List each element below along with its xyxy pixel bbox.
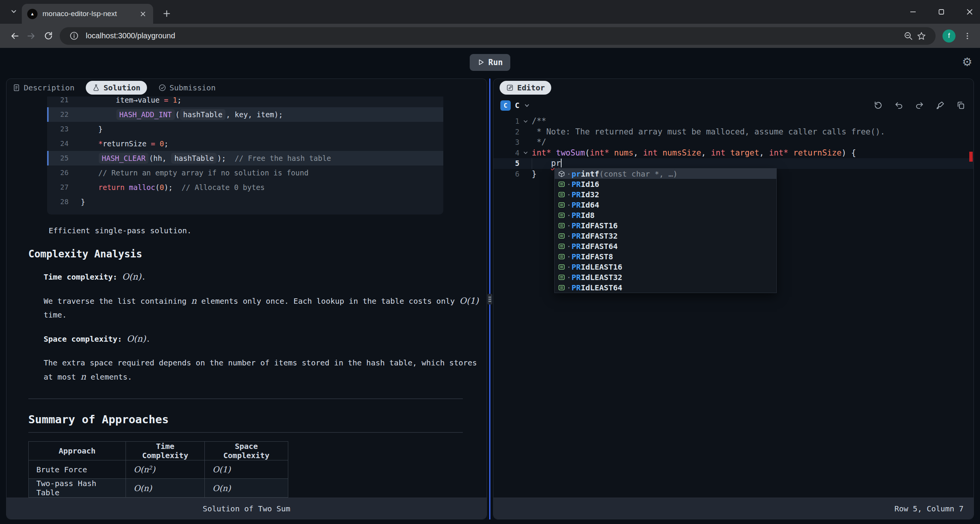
text-segment [81, 169, 98, 177]
suggest-item-PRId8[interactable]: ·PRId8 [555, 210, 776, 220]
table-header-cell: Space Complexity [205, 442, 288, 460]
browser-tab[interactable]: ▲ monaco-editor-lsp-next [22, 4, 153, 24]
text-segment: } [81, 125, 103, 133]
url-text[interactable]: localhost:3000/playground [86, 31, 902, 40]
suggest-bullet: · [567, 221, 571, 230]
fold-gutter-spacer [523, 158, 530, 169]
back-button[interactable] [6, 28, 23, 44]
maximize-button[interactable] [936, 7, 946, 17]
text-segment: , [634, 148, 643, 157]
suggest-bullet: · [567, 231, 571, 241]
math-expression: O(1) [212, 465, 231, 474]
panel-resize-divider[interactable] [487, 79, 493, 519]
macro-suggestion-icon [558, 233, 567, 239]
editor-line-4[interactable]: 4int* twoSum(int* nums, int numsSize, in… [493, 148, 973, 159]
line-number: 23 [49, 122, 69, 136]
reload-button[interactable] [40, 28, 57, 44]
suggest-match-text: PR [572, 252, 581, 261]
text-segment: We traverse the list containing [44, 296, 191, 306]
suggest-item-PRId32[interactable]: ·PRId32 [555, 189, 776, 200]
suggest-item-PRIdLEAST16[interactable]: ·PRIdLEAST16 [555, 262, 776, 272]
tab-close-button[interactable] [138, 9, 148, 19]
editor-line-2[interactable]: 2 * Note: The returned array must be mal… [493, 127, 973, 138]
text-segment: ; [177, 97, 181, 104]
address-bar[interactable]: localhost:3000/playground [60, 27, 936, 45]
code-line-26: 26 // Return an empty array if no soluti… [47, 165, 443, 180]
fold-chevron-icon[interactable] [523, 148, 530, 159]
reset-code-button[interactable] [873, 100, 883, 111]
text-segment: , [759, 148, 769, 157]
text-segment: * Note: The returned array must be mallo… [532, 127, 885, 136]
problem-footer: Solution of Two Sum [7, 498, 487, 519]
editor-line-1[interactable]: 1/** [493, 116, 973, 127]
paragraph-traverse: We traverse the list containing n elemen… [44, 294, 487, 322]
settings-gear-icon[interactable]: ⚙ [962, 55, 972, 69]
tab-solution[interactable]: Solution [86, 81, 147, 95]
suggest-item-PRId64[interactable]: ·PRId64 [555, 200, 776, 210]
suggest-item-PRIdFAST16[interactable]: ·PRIdFAST16 [555, 220, 776, 231]
text-segment: int* [532, 148, 551, 157]
tab-strip: ▲ monaco-editor-lsp-next [0, 0, 980, 24]
approach-cell: Brute Force [29, 460, 126, 479]
code-text: // Return an empty array if no solution … [81, 165, 309, 180]
monaco-editor[interactable]: 1/**2 * Note: The returned array must be… [493, 114, 973, 498]
undo-button[interactable] [893, 100, 904, 111]
tab-submission[interactable]: Submission [158, 83, 216, 92]
solution-markdown: 21 item→value = 1;22 HASH_ADD_INT(hashTa… [7, 97, 487, 498]
divider-grip-handle[interactable] [487, 294, 492, 305]
text-segment: // Allocate 0 bytes [173, 183, 265, 192]
text-segment: elements only once. Each lookup in the t… [197, 296, 459, 306]
arrow-right-icon [26, 31, 37, 41]
suggest-item-PRIdFAST8[interactable]: ·PRIdFAST8 [555, 251, 776, 262]
editor-line-5[interactable]: 5 pr [493, 158, 973, 169]
macro-suggestion-icon [558, 274, 567, 281]
tab-description[interactable]: Description [13, 83, 74, 92]
language-selector[interactable]: C C [500, 100, 530, 111]
window-close-button[interactable] [965, 7, 975, 17]
suggest-item-printf[interactable]: ·printf(const char *, …) [555, 169, 776, 179]
zoom-out-icon[interactable] [902, 29, 915, 43]
browser-menu-button[interactable] [961, 29, 974, 43]
run-button[interactable]: Run [470, 54, 511, 71]
suggest-item-PRIdLEAST32[interactable]: ·PRIdLEAST32 [555, 272, 776, 282]
macro-suggestion-icon [558, 222, 567, 229]
site-info-icon[interactable] [67, 29, 80, 43]
suggest-bullet: · [567, 252, 571, 261]
text-segment [81, 110, 116, 119]
code-line-23: 23 } [47, 122, 443, 136]
suggest-item-PRIdFAST64[interactable]: ·PRIdFAST64 [555, 241, 776, 251]
copy-code-button[interactable] [956, 100, 966, 111]
editor-line-number: 6 [496, 169, 519, 180]
text-segment: Time complexity: [44, 272, 122, 282]
tab-search-button[interactable] [8, 7, 19, 18]
profile-avatar[interactable]: f [942, 29, 956, 43]
text-segment: /** [532, 116, 546, 126]
chevron-down-icon [10, 8, 17, 16]
fold-chevron-icon[interactable] [523, 116, 530, 127]
overview-ruler-error-marker [969, 152, 973, 162]
text-segment: int [711, 148, 725, 157]
format-code-button[interactable] [935, 100, 945, 111]
editor-line-3[interactable]: 3 */ [493, 137, 973, 148]
browser-chrome: ▲ monaco-editor-lsp-next [0, 0, 980, 48]
new-tab-button[interactable] [161, 8, 172, 19]
code-line-21: 21 item→value = 1; [47, 97, 443, 107]
suggest-item-PRIdFAST32[interactable]: ·PRIdFAST32 [555, 231, 776, 241]
suggest-item-PRId16[interactable]: ·PRId16 [555, 179, 776, 189]
math-expression: 2 [149, 465, 152, 471]
bookmark-star-icon[interactable] [915, 29, 928, 43]
minimize-button[interactable] [908, 7, 918, 17]
table-header-cell: Approach [29, 442, 126, 460]
time-complexity-cell: O(n2) [126, 460, 205, 479]
tab-solution-label: Solution [103, 83, 140, 92]
redo-button[interactable] [914, 100, 924, 111]
text-segment [725, 148, 730, 157]
text-segment [788, 148, 793, 157]
main-content: Description Solution Submission 21 item→… [0, 77, 980, 524]
suggest-match-text: PR [572, 262, 581, 272]
tab-editor[interactable]: Editor [500, 81, 551, 95]
fold-gutter-spacer [523, 127, 530, 138]
forward-button[interactable] [23, 28, 40, 44]
problem-footer-title: Solution of Two Sum [203, 504, 291, 513]
suggest-item-PRIdLEAST64[interactable]: ·PRIdLEAST64 [555, 282, 776, 293]
